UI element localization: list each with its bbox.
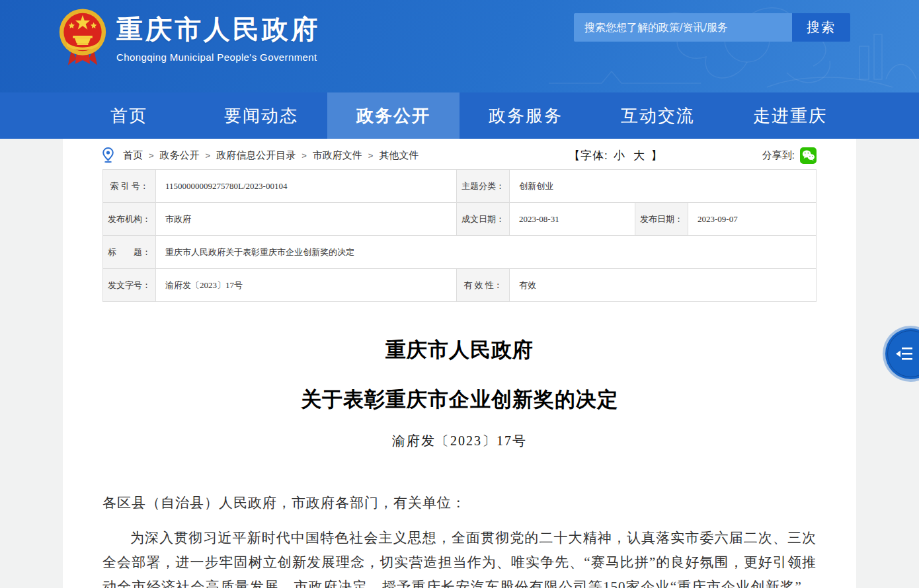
site-title: 重庆市人民政府 xyxy=(116,12,320,46)
document-title-line1: 重庆市人民政府 xyxy=(102,336,817,364)
site-title-block: 重庆市人民政府 Chongqing Municipal People's Gov… xyxy=(116,12,320,63)
font-size-label-open: 【字体: xyxy=(569,149,608,162)
nav-item-gov-openness[interactable]: 政务公开 xyxy=(327,92,460,139)
breadcrumb-separator: > xyxy=(149,151,154,161)
meta-category-label: 主题分类： xyxy=(457,170,510,203)
breadcrumb-gov-openness[interactable]: 政务公开 xyxy=(160,149,200,162)
document-metadata-table: 索 引 号： 11500000009275780L/2023-00104 主题分… xyxy=(102,169,817,302)
meta-publish-date-label: 发布日期： xyxy=(635,203,688,236)
search-button[interactable]: 搜索 xyxy=(792,13,850,42)
meta-index-label: 索 引 号： xyxy=(103,170,156,203)
meta-written-date-value: 2023-08-31 xyxy=(510,203,635,236)
meta-category-value: 创新创业 xyxy=(510,170,817,203)
site-subtitle: Chongqing Municipal People's Government xyxy=(116,52,320,63)
document-content: 重庆市人民政府 关于表彰重庆市企业创新奖的决定 渝府发〔2023〕17号 各区县… xyxy=(102,336,817,588)
document-paragraph: 为深入贯彻习近平新时代中国特色社会主义思想，全面贯彻党的二十大精神，认真落实市委… xyxy=(102,526,817,588)
content-panel: 首页 > 政务公开 > 政府信息公开目录 > 市政府文件 > 其他文件 【字体:… xyxy=(63,139,856,588)
share-label: 分享到: xyxy=(762,149,795,162)
search-box: 搜索 xyxy=(574,13,850,42)
breadcrumb-separator: > xyxy=(206,151,211,161)
document-salutation: 各区县（自治县）人民政府，市政府各部门，有关单位： xyxy=(102,491,817,515)
breadcrumb: 首页 > 政务公开 > 政府信息公开目录 > 市政府文件 > 其他文件 xyxy=(123,149,419,162)
meta-title-value: 重庆市人民政府关于表彰重庆市企业创新奖的决定 xyxy=(156,236,817,269)
font-size-label-close: 】 xyxy=(651,149,663,162)
meta-validity-label: 有 效 性： xyxy=(457,269,510,302)
meta-written-date-label: 成文日期： xyxy=(457,203,510,236)
national-emblem-logo xyxy=(58,6,107,67)
nav-item-home[interactable]: 首页 xyxy=(63,92,195,139)
breadcrumb-info-catalog[interactable]: 政府信息公开目录 xyxy=(216,149,296,162)
nav-item-interaction[interactable]: 互动交流 xyxy=(592,92,724,139)
wechat-share-icon[interactable] xyxy=(800,147,817,164)
meta-doc-number-label: 发文字号： xyxy=(103,269,156,302)
nav-item-news[interactable]: 要闻动态 xyxy=(195,92,327,139)
document-title-line2: 关于表彰重庆市企业创新奖的决定 xyxy=(102,386,817,414)
meta-validity-value: 有效 xyxy=(510,269,817,302)
font-size-small-button[interactable]: 小 xyxy=(614,149,625,162)
font-size-widget: 【字体: 小 大 】 xyxy=(569,148,663,163)
meta-doc-number-value: 渝府发〔2023〕17号 xyxy=(156,269,457,302)
nav-item-about-chongqing[interactable]: 走进重庆 xyxy=(724,92,856,139)
main-nav: 首页 要闻动态 政务公开 政务服务 互动交流 走进重庆 xyxy=(0,92,919,139)
document-number: 渝府发〔2023〕17号 xyxy=(102,432,817,450)
breadcrumb-home[interactable]: 首页 xyxy=(123,149,143,162)
location-pin-icon xyxy=(102,147,114,163)
meta-publish-date-value: 2023-09-07 xyxy=(688,203,817,236)
meta-title-label: 标 题： xyxy=(103,236,156,269)
search-input[interactable] xyxy=(574,13,792,42)
collapse-list-icon xyxy=(896,347,913,361)
site-header: 重庆市人民政府 Chongqing Municipal People's Gov… xyxy=(0,0,919,92)
nav-item-gov-services[interactable]: 政务服务 xyxy=(460,92,592,139)
breadcrumb-other-docs[interactable]: 其他文件 xyxy=(379,149,419,162)
side-panel-toggle-button[interactable] xyxy=(885,328,919,379)
font-size-large-button[interactable]: 大 xyxy=(633,149,645,162)
breadcrumb-city-gov-docs[interactable]: 市政府文件 xyxy=(313,149,362,162)
breadcrumb-row: 首页 > 政务公开 > 政府信息公开目录 > 市政府文件 > 其他文件 【字体:… xyxy=(102,139,817,168)
meta-issuer-label: 发布机构： xyxy=(103,203,156,236)
breadcrumb-separator: > xyxy=(368,151,374,161)
share-group: 分享到: xyxy=(762,147,817,164)
meta-issuer-value: 市政府 xyxy=(156,203,457,236)
meta-index-value: 11500000009275780L/2023-00104 xyxy=(156,170,457,203)
breadcrumb-separator: > xyxy=(301,151,307,161)
